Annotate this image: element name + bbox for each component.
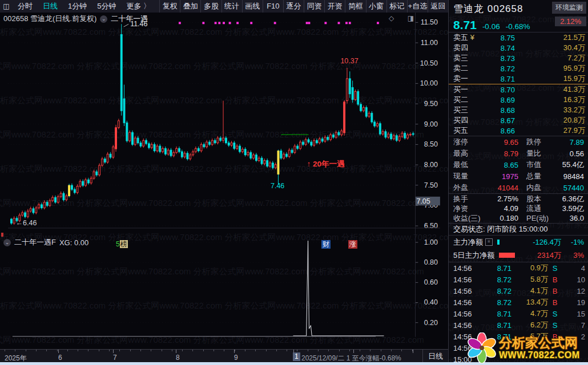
stat-row-最高: 最高8.79量比0.56 bbox=[449, 148, 588, 159]
tick-row[interactable]: 14:568.714.7万S15 bbox=[449, 308, 588, 319]
svg-text:7.05: 7.05 bbox=[416, 197, 430, 205]
svg-text:10.50: 10.50 bbox=[420, 59, 438, 67]
chevron-down-icon[interactable]: ⌄ bbox=[3, 239, 11, 246]
stat-row-收益(三): 收益(三)0.180PE(动)36.0 bbox=[449, 213, 588, 223]
svg-text:10.00: 10.00 bbox=[420, 79, 438, 87]
menubar: ◫ 分时日线1分钟5分钟更多 〉 复权叠加多股统计画线F10逐分同资开资简框小窗… bbox=[0, 0, 448, 13]
chart-title: 002658 雪迪龙(日线.前复权) bbox=[3, 14, 96, 24]
menu-button-F10[interactable]: F10 bbox=[263, 0, 283, 13]
axis-label: 9 bbox=[234, 354, 238, 362]
order-book: 卖五 ¥8.7521.5万卖四8.7430.4万卖三8.737.2万卖二8.72… bbox=[449, 33, 588, 136]
axis-label: 7 bbox=[113, 354, 117, 362]
svg-text:9.00: 9.00 bbox=[424, 120, 438, 128]
tick-row[interactable]: 14:568.716.2万S7 bbox=[449, 319, 588, 331]
list-icon[interactable]: ≡ bbox=[485, 238, 493, 246]
menu-button-统计[interactable]: 统计 bbox=[221, 0, 242, 13]
order-level-卖一[interactable]: 卖一8.7115.9万 bbox=[449, 74, 588, 84]
menu-button-小窗[interactable]: 小窗 bbox=[366, 0, 386, 13]
candlestick-chart[interactable]: 11.5011.0010.5010.009.509.008.508.007.50… bbox=[0, 13, 448, 349]
chart-header: 002658 雪迪龙(日线.前复权) ⌄ 二十年一遇 bbox=[3, 14, 148, 24]
window-split-icon[interactable]: ◫ bbox=[0, 2, 13, 10]
menu-tab-more[interactable]: 更多 〉 bbox=[121, 0, 156, 13]
tick-row[interactable]: 14:568.7213.4万B19 bbox=[449, 297, 588, 308]
order-level-买四[interactable]: 买四8.6720.8万 bbox=[449, 115, 588, 125]
menu-button-复权[interactable]: 复权 bbox=[159, 0, 180, 13]
stat-row-净资: 净资4.09流通3.59亿 bbox=[449, 204, 588, 213]
period-label[interactable]: 日线 bbox=[422, 350, 448, 363]
axis-cursor-marker: 1 bbox=[293, 352, 300, 361]
menu-button-叠加[interactable]: 叠加 bbox=[180, 0, 200, 13]
chevron-down-icon[interactable]: ⌄ bbox=[100, 15, 107, 23]
indicator-name: 二十年一遇 bbox=[111, 14, 148, 24]
sub-indicator-value: XG: 0.00 bbox=[59, 238, 88, 247]
order-level-卖二[interactable]: 卖二8.7295.9万 bbox=[449, 63, 588, 74]
axis-label: 8 bbox=[176, 354, 180, 362]
svg-text:0.80: 0.80 bbox=[424, 258, 438, 266]
trading-app-window: ◫ 分时日线1分钟5分钟更多 〉 复权叠加多股统计画线F10逐分同资开资简框小窗… bbox=[0, 0, 588, 365]
event-badge-limitup[interactable]: 涨 bbox=[348, 240, 357, 249]
sector-tag[interactable]: 环境监测 bbox=[552, 2, 586, 14]
toolbar-buttons: 复权叠加多股统计画线F10逐分同资开资简框小窗标记+自选返回 bbox=[159, 0, 448, 13]
time-axis-bar[interactable]: 2025年6789 1 2025/12/09/二 1 至今涨幅-0.68% 日线 bbox=[0, 349, 448, 363]
flow-row-主力净额: 主力净额≡-126.4万-1% bbox=[449, 236, 588, 249]
svg-text:7.46: 7.46 bbox=[271, 182, 284, 190]
svg-text:0.20: 0.20 bbox=[424, 319, 438, 327]
tick-row[interactable]: 14:568.710.9万S4 bbox=[449, 262, 588, 274]
price-change-pct: -0.68% bbox=[506, 22, 530, 31]
menu-button-多股[interactable]: 多股 bbox=[200, 0, 221, 13]
site-logo: 分析家公式网 WWW.70822.COM bbox=[467, 330, 588, 365]
logo-site-name: 分析家公式网 bbox=[499, 335, 580, 350]
menu-tab-5min[interactable]: 5分钟 bbox=[92, 0, 121, 13]
menu-tab-rixian[interactable]: 日线 bbox=[38, 0, 63, 13]
tick-row[interactable]: 14:568.725.8万B10 bbox=[449, 274, 588, 285]
stat-row-外盘: 外盘41044内盘57440 bbox=[449, 182, 588, 193]
menu-button-开资[interactable]: 开资 bbox=[324, 0, 345, 13]
svg-text:6.50: 6.50 bbox=[424, 222, 438, 230]
menu-button-逐分[interactable]: 逐分 bbox=[283, 0, 304, 13]
event-badge-finance[interactable]: 财 bbox=[321, 240, 331, 249]
svg-text:7.50: 7.50 bbox=[424, 181, 438, 189]
svg-text:0.40: 0.40 bbox=[424, 298, 438, 306]
left-edge-marker bbox=[1, 233, 3, 237]
menu-button-返回[interactable]: 返回 bbox=[428, 0, 448, 13]
svg-text:↑ 20年一遇: ↑ 20年一遇 bbox=[307, 160, 345, 168]
money-flow-block: 主力净额≡-126.4万-1%5日主力净额2314万3% bbox=[449, 236, 588, 262]
svg-text:1.00: 1.00 bbox=[424, 238, 438, 246]
quote-panel: 分析家公式网www.70822.com 分析家公式网www.70822.com … bbox=[448, 0, 588, 365]
order-level-买五[interactable]: 买五8.6627.9万 bbox=[449, 125, 588, 136]
order-level-卖五[interactable]: 卖五 ¥8.7521.5万 bbox=[449, 33, 588, 43]
trade-status: 交易状态: 闭市阶段 15:00:00 bbox=[449, 224, 588, 235]
axis-label: 6 bbox=[58, 354, 62, 362]
menu-button-标记[interactable]: 标记 bbox=[386, 0, 407, 13]
stat-row-换手: 换手2.75%股本6.36亿 bbox=[449, 194, 588, 204]
svg-text:8.00: 8.00 bbox=[424, 161, 438, 169]
menu-button-简框[interactable]: 简框 bbox=[345, 0, 365, 13]
order-level-卖四[interactable]: 卖四8.7430.4万 bbox=[449, 43, 588, 53]
menu-button-+自选[interactable]: +自选 bbox=[407, 0, 428, 13]
order-level-卖三[interactable]: 卖三8.737.2万 bbox=[449, 53, 588, 63]
menu-button-画线[interactable]: 画线 bbox=[242, 0, 263, 13]
stock-name-code[interactable]: 雪迪龙 002658 bbox=[453, 3, 523, 14]
stats-block: 涨停9.65跌停7.89最高8.79量比0.56最低8.65市值55.4亿现量1… bbox=[449, 136, 588, 223]
tick-row[interactable]: 14:568.724.1万B12 bbox=[449, 285, 588, 297]
order-level-买二[interactable]: 买二8.6916.3万 bbox=[449, 95, 588, 105]
sector-change-pct: 2.12% bbox=[555, 17, 586, 26]
svg-text:0.60: 0.60 bbox=[424, 278, 438, 286]
svg-text:←6.46: ←6.46 bbox=[16, 219, 37, 227]
order-level-买一[interactable]: 买一8.7041.3万 bbox=[449, 84, 588, 95]
event-badge-rank[interactable]: 5榜 bbox=[116, 240, 128, 249]
chart-area: 分析家公式网www.70822.com 分析家公式网www.70822.com … bbox=[0, 13, 448, 349]
svg-text:11.00: 11.00 bbox=[421, 39, 438, 47]
svg-text:9.50: 9.50 bbox=[424, 100, 438, 108]
stat-row-现量: 现量1975总量98484 bbox=[449, 171, 588, 182]
quote-header: 雪迪龙 002658 环境监测 8.71 -0.06 -0.68% 2.12% bbox=[449, 0, 588, 32]
order-level-买三[interactable]: 买三8.6833.2万 bbox=[449, 105, 588, 115]
price-change: -0.06 bbox=[482, 22, 500, 31]
sub-indicator-name: 二十年一遇F bbox=[14, 237, 56, 248]
menu-tab-fenshi[interactable]: 分时 bbox=[13, 0, 38, 13]
stat-row-涨停: 涨停9.65跌停7.89 bbox=[449, 136, 588, 148]
menu-tab-1min[interactable]: 1分钟 bbox=[63, 0, 92, 13]
svg-text:8.50: 8.50 bbox=[424, 140, 438, 148]
chart-corner-icons[interactable]: ◇ ◨ bbox=[389, 14, 420, 22]
menu-button-同资[interactable]: 同资 bbox=[304, 0, 324, 13]
